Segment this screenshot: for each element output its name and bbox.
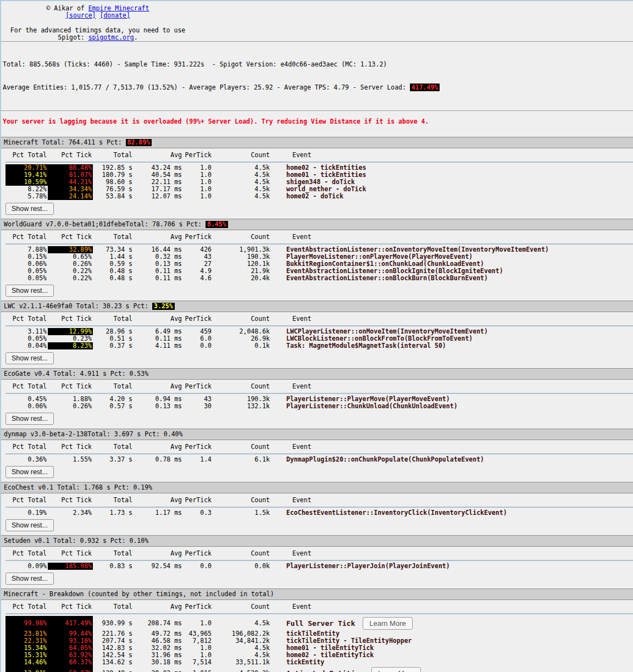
cell-avg: 29.03 ms [134, 666, 183, 672]
column-header-avg: Avg [134, 312, 183, 326]
section-lwc: LWC v2.1.1-46e9fa0 Total: 30.23 s Pct: 3… [1, 301, 633, 364]
cell-count: 4.5k [213, 186, 271, 193]
show-rest-button[interactable]: Show rest... [5, 519, 54, 531]
cell-event: EventAbstractionListener::onInventoryMov… [271, 246, 633, 253]
column-header-event: Event [271, 600, 633, 614]
timing-sections: Minecraft Total: 764.411 s Pct: 82.09%Pc… [1, 137, 633, 672]
column-header-pct-tick: Pct Tick [48, 380, 93, 393]
learn-more-button[interactable]: Learn More [363, 617, 412, 630]
cell-pct_tick: 86.48% [48, 164, 93, 171]
column-header-pct-total: Pct Total [5, 312, 48, 326]
cell-pct_tick: 81.07% [48, 171, 93, 179]
cell-pct_tick: 64.05% [48, 645, 93, 652]
column-header-total: Total [93, 493, 134, 507]
empire-minecraft-link[interactable]: Empire Minecraft [88, 4, 149, 12]
event-label: world_nether - doTick [286, 186, 366, 193]
cell-pct_total: 22.31% [5, 637, 48, 645]
show-rest-button[interactable]: Show rest... [5, 573, 54, 585]
column-header-avg: Avg [134, 547, 183, 560]
cell-per_tick: 43,965 [183, 630, 213, 637]
header-row: Pct TotalPct TickTotalAvgPerTickCountEve… [5, 380, 633, 393]
cell-pct_total: 13.91% [5, 666, 48, 672]
cell-per_tick: 426 [183, 246, 213, 253]
cell-avg: 0.13 ms [134, 260, 183, 268]
event-label: PlayerListener::PlayerJoin(PlayerJoinEve… [286, 563, 450, 570]
cell-pct_tick: 8.23% [48, 342, 93, 349]
header-row: Pct TotalPct TickTotalAvgPerTickCountEve… [5, 230, 633, 244]
show-rest-button[interactable]: Show rest... [5, 352, 54, 364]
cell-pct_tick: 99.44% [48, 630, 93, 637]
cell-pct_total: 19.41% [5, 171, 48, 179]
column-header-pct-tick: Pct Tick [48, 230, 93, 244]
column-header-avg: Avg [134, 380, 183, 393]
cell-total: 28.96 s [93, 328, 134, 335]
cell-count: 120.1k [213, 260, 271, 268]
stats-line-1: Total: 885.568s (Ticks: 4460) - Sample T… [3, 60, 633, 68]
cell-pct_tick: 63.92% [48, 652, 93, 659]
cell-pct_total: 3.11% [5, 328, 48, 335]
show-rest-button[interactable]: Show rest... [5, 466, 54, 478]
spigotmc-link[interactable]: spigotmc.org [88, 34, 134, 41]
cell-pct_total: 5.78% [5, 193, 48, 200]
cell-per_tick: 1.0 [183, 164, 213, 171]
cell-count: 4.5k [213, 652, 271, 659]
donate-link[interactable]: [donate] [99, 12, 130, 19]
cell-per_tick: 1.0 [183, 645, 213, 652]
cell-event: PlayerListener::PlayerJoin(PlayerJoinEve… [271, 563, 633, 570]
timing-row: 8.22%34.34%76.59 s17.17 ms1.04.5kworld_n… [5, 186, 633, 193]
cell-per_tick: 1,016 [183, 666, 213, 672]
column-header-avg: Avg [134, 493, 183, 507]
cell-total: 142.54 s [93, 652, 134, 659]
cell-pct_total: 10.59% [5, 179, 48, 186]
cell-total: 0.57 s [93, 403, 134, 410]
header-row: Pct TotalPct TickTotalAvgPerTickCountEve… [5, 440, 633, 454]
table-header: Pct TotalPct TickTotalAvgPerTickCountEve… [5, 600, 633, 614]
cell-per_tick: 0.3 [183, 509, 213, 517]
event-label: home01 - tickEntities [286, 171, 366, 179]
column-header-count: Count [213, 230, 271, 244]
timing-row: 14.46%60.37%134.62 s30.18 ms7,51433,511.… [5, 659, 633, 666]
cell-pct_total: 0.04% [5, 342, 48, 349]
cell-pct_tick: 2.34% [48, 509, 93, 517]
cell-pct_total: 7.88% [5, 246, 48, 253]
cell-pct_total: 20.71% [5, 164, 48, 171]
cell-event: tickTileEntity [271, 630, 633, 637]
cell-count: 2,048.6k [213, 328, 271, 335]
cell-total: 4.20 s [93, 396, 134, 403]
column-header-pct-tick: Pct Tick [48, 493, 93, 507]
cell-pct_tick: 1.55% [48, 456, 93, 463]
section-title-text: EcoChest v0.1 Total: 1.768 s Pct: [4, 484, 133, 491]
cell-pct_tick: 185.08% [48, 563, 93, 570]
timing-row: 7.88%32.89%73.34 s16.44 ms4261,901.3kEve… [5, 246, 633, 253]
cell-event: LWCPlayerListener::onMoveItem(InventoryM… [271, 328, 633, 335]
column-header-avg: Avg [134, 230, 183, 244]
lag-warning: Your server is lagging because it is ove… [1, 111, 633, 137]
section-title-text: Minecraft - Breakdown (counted by other … [4, 590, 274, 598]
table-body: 0.36%1.55%3.37 s0.78 ms1.46.1kDynmapPlug… [5, 454, 633, 463]
cell-per_tick: 27 [183, 260, 213, 268]
header-row: Pct TotalPct TickTotalAvgPerTickCountEve… [5, 312, 633, 326]
source-link[interactable]: [source] [65, 12, 96, 19]
cell-pct_total: 15.34% [5, 645, 48, 652]
event-label: Task: MagnetModule$MagnetTask(interval 5… [286, 342, 446, 349]
column-header-count: Count [213, 600, 271, 614]
cell-event: EventAbstractionListener::onBlockIgnite(… [271, 268, 633, 275]
timing-table: Pct TotalPct TickTotalAvgPerTickCountEve… [5, 312, 633, 349]
show-rest-button[interactable]: Show rest... [5, 203, 54, 215]
table-body: 0.19%2.34%1.73 s1.17 ms0.31.5kEcoChestEv… [5, 507, 633, 517]
cell-count: 0.0k [213, 563, 271, 570]
section-pct-badge: 8.45% [206, 221, 228, 228]
event-label: LWCPlayerListener::onMoveItem(InventoryM… [286, 328, 488, 335]
show-rest-button[interactable]: Show rest... [5, 413, 54, 425]
cell-total: 129.49 s [93, 666, 134, 672]
show-rest-button[interactable]: Show rest... [5, 285, 54, 297]
timing-row: 20.71%86.48%192.85 s43.24 ms1.04.5khome0… [5, 164, 633, 171]
table-header: Pct TotalPct TickTotalAvgPerTickCountEve… [5, 312, 633, 326]
cell-count: 196,082.2k [213, 630, 271, 637]
cell-pct_tick: 0.22% [48, 275, 93, 282]
credits-block: © Aikar of Empire Minecraft [source] [do… [1, 1, 195, 41]
column-header-total: Total [93, 440, 134, 454]
learn-more-button[interactable]: Learn More [371, 667, 421, 672]
event-label: home02 - tickEntities [286, 164, 366, 171]
cell-avg: 92.54 ms [134, 563, 183, 570]
